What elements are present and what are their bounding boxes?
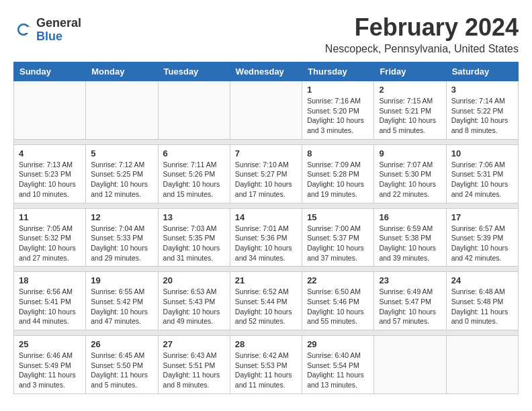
day-info: Sunrise: 6:43 AM Sunset: 5:51 PM Dayligh… [163,351,225,390]
calendar-day-cell: 13Sunrise: 7:03 AM Sunset: 5:35 PM Dayli… [158,208,230,267]
calendar-day-cell: 19Sunrise: 6:55 AM Sunset: 5:42 PM Dayli… [86,272,158,330]
logo: General Blue [13,17,81,44]
day-info: Sunrise: 7:11 AM Sunset: 5:26 PM Dayligh… [163,160,225,199]
calendar-day-cell: 6Sunrise: 7:11 AM Sunset: 5:26 PM Daylig… [158,144,230,203]
calendar-day-cell: 12Sunrise: 7:04 AM Sunset: 5:33 PM Dayli… [86,208,158,267]
day-number: 15 [307,212,369,222]
calendar-day-cell: 20Sunrise: 6:53 AM Sunset: 5:43 PM Dayli… [158,272,230,330]
day-info: Sunrise: 7:01 AM Sunset: 5:36 PM Dayligh… [235,224,297,263]
svg-marker-0 [28,26,31,28]
day-info: Sunrise: 6:42 AM Sunset: 5:53 PM Dayligh… [235,351,297,390]
calendar-day-cell: 8Sunrise: 7:09 AM Sunset: 5:28 PM Daylig… [302,144,374,203]
calendar-day-cell [446,336,518,394]
day-info: Sunrise: 6:48 AM Sunset: 5:48 PM Dayligh… [451,287,513,326]
week-spacer-row [14,267,519,272]
calendar-table: SundayMondayTuesdayWednesdayThursdayFrid… [13,62,519,394]
day-number: 12 [91,212,152,222]
month-year-title: February 2024 [325,13,519,42]
day-info: Sunrise: 7:16 AM Sunset: 5:20 PM Dayligh… [307,96,369,136]
week-spacer-row [14,203,519,208]
day-info: Sunrise: 7:03 AM Sunset: 5:35 PM Dayligh… [163,224,225,263]
calendar-day-cell [86,81,158,140]
day-info: Sunrise: 6:40 AM Sunset: 5:54 PM Dayligh… [307,351,369,390]
calendar-day-cell: 22Sunrise: 6:50 AM Sunset: 5:46 PM Dayli… [302,272,374,330]
calendar-week-row: 11Sunrise: 7:05 AM Sunset: 5:32 PM Dayli… [14,208,519,267]
day-number: 16 [379,212,441,222]
day-number: 9 [379,148,441,158]
day-number: 4 [19,148,81,158]
calendar-header-cell: Saturday [446,62,518,81]
location-subtitle: Nescopeck, Pennsylvania, United States [325,43,519,55]
day-number: 3 [451,85,513,95]
week-spacer-row [14,330,519,336]
calendar-day-cell: 7Sunrise: 7:10 AM Sunset: 5:27 PM Daylig… [230,144,302,203]
calendar-day-cell: 26Sunrise: 6:45 AM Sunset: 5:50 PM Dayli… [86,336,158,394]
calendar-day-cell: 24Sunrise: 6:48 AM Sunset: 5:48 PM Dayli… [446,272,518,330]
day-number: 29 [307,339,369,349]
day-number: 8 [307,148,369,158]
day-number: 5 [91,148,152,158]
calendar-header-cell: Wednesday [230,62,302,81]
day-info: Sunrise: 6:52 AM Sunset: 5:44 PM Dayligh… [235,287,297,326]
day-info: Sunrise: 6:56 AM Sunset: 5:41 PM Dayligh… [19,287,81,326]
calendar-day-cell [158,81,230,140]
day-info: Sunrise: 7:04 AM Sunset: 5:33 PM Dayligh… [91,224,152,263]
day-info: Sunrise: 7:06 AM Sunset: 5:31 PM Dayligh… [451,160,513,199]
day-number: 2 [379,85,441,95]
day-number: 24 [451,275,513,285]
calendar-day-cell [230,81,302,140]
day-number: 21 [235,275,297,285]
calendar-header-row: SundayMondayTuesdayWednesdayThursdayFrid… [14,62,519,81]
day-number: 11 [19,212,81,222]
day-info: Sunrise: 6:53 AM Sunset: 5:43 PM Dayligh… [163,287,225,326]
calendar-body: 1Sunrise: 7:16 AM Sunset: 5:20 PM Daylig… [14,81,519,394]
day-info: Sunrise: 7:07 AM Sunset: 5:30 PM Dayligh… [379,160,441,199]
day-info: Sunrise: 7:13 AM Sunset: 5:23 PM Dayligh… [19,160,81,199]
calendar-day-cell: 11Sunrise: 7:05 AM Sunset: 5:32 PM Dayli… [14,208,86,267]
calendar-header-cell: Friday [374,62,446,81]
day-info: Sunrise: 7:14 AM Sunset: 5:22 PM Dayligh… [451,96,513,136]
calendar-day-cell: 4Sunrise: 7:13 AM Sunset: 5:23 PM Daylig… [14,144,86,203]
calendar-day-cell: 25Sunrise: 6:46 AM Sunset: 5:49 PM Dayli… [14,336,86,394]
calendar-week-row: 1Sunrise: 7:16 AM Sunset: 5:20 PM Daylig… [14,81,519,140]
day-number: 28 [235,339,297,349]
day-info: Sunrise: 7:10 AM Sunset: 5:27 PM Dayligh… [235,160,297,199]
calendar-header-cell: Tuesday [158,62,230,81]
calendar-day-cell: 15Sunrise: 7:00 AM Sunset: 5:37 PM Dayli… [302,208,374,267]
day-number: 17 [451,212,513,222]
day-info: Sunrise: 7:15 AM Sunset: 5:21 PM Dayligh… [379,96,441,136]
day-number: 13 [163,212,225,222]
calendar-day-cell: 18Sunrise: 6:56 AM Sunset: 5:41 PM Dayli… [14,272,86,330]
day-number: 6 [163,148,225,158]
page-header: General Blue February 2024 Nescopeck, Pe… [13,13,519,55]
day-info: Sunrise: 7:05 AM Sunset: 5:32 PM Dayligh… [19,224,81,263]
day-info: Sunrise: 6:45 AM Sunset: 5:50 PM Dayligh… [91,351,152,390]
day-number: 10 [451,148,513,158]
calendar-day-cell [14,81,86,140]
day-number: 26 [91,339,152,349]
day-info: Sunrise: 7:12 AM Sunset: 5:25 PM Dayligh… [91,160,152,199]
calendar-week-row: 18Sunrise: 6:56 AM Sunset: 5:41 PM Dayli… [14,272,519,330]
calendar-day-cell: 23Sunrise: 6:49 AM Sunset: 5:47 PM Dayli… [374,272,446,330]
week-spacer-row [14,139,519,144]
calendar-header-cell: Sunday [14,62,86,81]
calendar-day-cell: 10Sunrise: 7:06 AM Sunset: 5:31 PM Dayli… [446,144,518,203]
calendar-week-row: 25Sunrise: 6:46 AM Sunset: 5:49 PM Dayli… [14,336,519,394]
calendar-day-cell: 29Sunrise: 6:40 AM Sunset: 5:54 PM Dayli… [302,336,374,394]
calendar-day-cell: 2Sunrise: 7:15 AM Sunset: 5:21 PM Daylig… [374,81,446,140]
day-info: Sunrise: 6:57 AM Sunset: 5:39 PM Dayligh… [451,224,513,263]
calendar-day-cell: 17Sunrise: 6:57 AM Sunset: 5:39 PM Dayli… [446,208,518,267]
calendar-day-cell: 27Sunrise: 6:43 AM Sunset: 5:51 PM Dayli… [158,336,230,394]
day-info: Sunrise: 6:50 AM Sunset: 5:46 PM Dayligh… [307,287,369,326]
day-info: Sunrise: 7:09 AM Sunset: 5:28 PM Dayligh… [307,160,369,199]
day-number: 7 [235,148,297,158]
calendar-day-cell: 3Sunrise: 7:14 AM Sunset: 5:22 PM Daylig… [446,81,518,140]
calendar-day-cell: 14Sunrise: 7:01 AM Sunset: 5:36 PM Dayli… [230,208,302,267]
calendar-week-row: 4Sunrise: 7:13 AM Sunset: 5:23 PM Daylig… [14,144,519,203]
title-section: February 2024 Nescopeck, Pennsylvania, U… [325,13,519,55]
day-info: Sunrise: 7:00 AM Sunset: 5:37 PM Dayligh… [307,224,369,263]
calendar-day-cell: 5Sunrise: 7:12 AM Sunset: 5:25 PM Daylig… [86,144,158,203]
logo-general: General [36,17,81,30]
calendar-day-cell: 21Sunrise: 6:52 AM Sunset: 5:44 PM Dayli… [230,272,302,330]
day-number: 1 [307,85,369,95]
